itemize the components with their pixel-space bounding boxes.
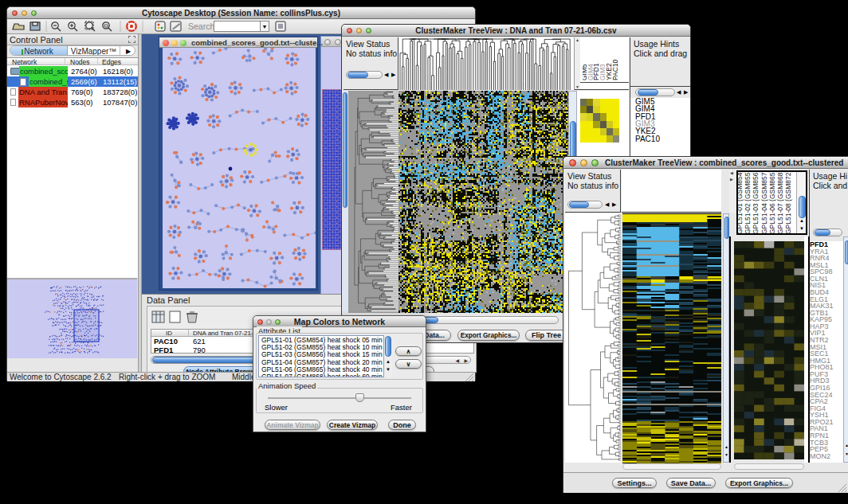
svg-text:GPL51-08 (GSM872): GPL51-08 (GSM872) <box>784 172 792 234</box>
svg-text:GPL51-01 (GSM854): GPL51-01 (GSM854) <box>738 172 744 234</box>
svg-text:GPL51-03 (GSM856): GPL51-03 (GSM856) <box>752 172 760 234</box>
svg-text:GPL51-04 (GSM857): GPL51-04 (GSM857) <box>760 172 768 234</box>
svg-text:GPL51-07 (GSM868): GPL51-07 (GSM868) <box>776 172 784 234</box>
svg-text:GPL51-06 (GSM865): GPL51-06 (GSM865) <box>768 172 776 234</box>
svg-text:GPL51-02 (GSM855): GPL51-02 (GSM855) <box>744 172 752 234</box>
svg-text:PAC10: PAC10 <box>611 59 619 80</box>
